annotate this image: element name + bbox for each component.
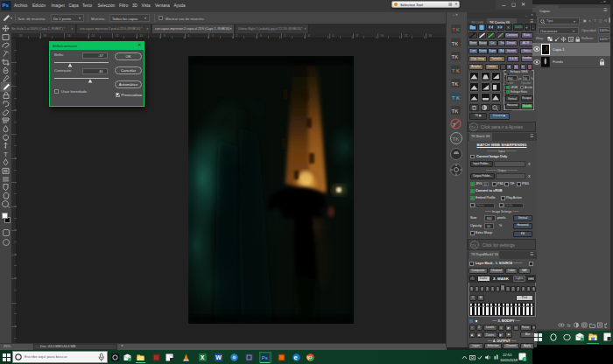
svg-text:TK: TK bbox=[453, 136, 460, 142]
svg-text:T: T bbox=[452, 95, 455, 101]
svg-text:TK: TK bbox=[452, 108, 459, 114]
svg-text:K: K bbox=[456, 95, 460, 101]
svg-text:TK: TK bbox=[472, 244, 477, 248]
svg-text:e: e bbox=[294, 354, 298, 361]
svg-text:T: T bbox=[453, 122, 455, 128]
svg-text:W: W bbox=[215, 354, 222, 360]
svg-text:fx: fx bbox=[567, 323, 572, 328]
svg-text:T: T bbox=[4, 150, 8, 158]
svg-text:K: K bbox=[456, 27, 460, 32]
svg-text:Ps: Ps bbox=[262, 355, 268, 360]
svg-text:X: X bbox=[201, 354, 205, 360]
svg-text:TK: TK bbox=[471, 126, 476, 130]
svg-text:K: K bbox=[456, 68, 460, 74]
svg-text:TK: TK bbox=[452, 81, 459, 87]
svg-text:T: T bbox=[452, 27, 455, 32]
svg-text:TK: TK bbox=[452, 41, 459, 46]
svg-text:TK: TK bbox=[452, 54, 459, 60]
svg-text:T: T bbox=[452, 68, 455, 74]
